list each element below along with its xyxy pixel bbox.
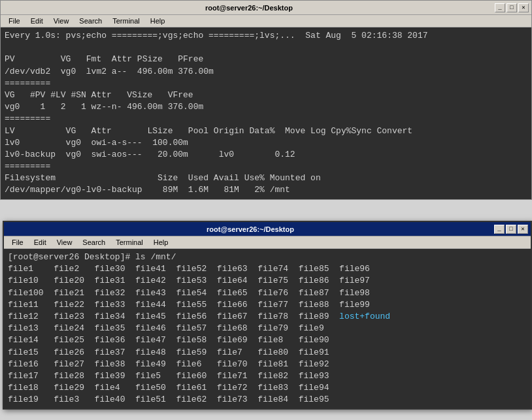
menu-help-1[interactable]: Help (145, 16, 171, 25)
title-bar-1: root@server26:~/Desktop _ □ ✕ (1, 1, 531, 15)
menu-bar-2: File Edit View Search Terminal Help (4, 236, 531, 249)
menu-terminal-2[interactable]: Terminal (110, 238, 148, 247)
terminal-window-1: root@server26:~/Desktop _ □ ✕ File Edit … (0, 0, 532, 200)
minimize-btn-1[interactable]: _ (495, 3, 505, 12)
menu-file-1[interactable]: File (3, 16, 25, 25)
menu-edit-1[interactable]: Edit (25, 16, 48, 25)
terminal-content-1: Every 1.0s: pvs;echo =========;vgs;echo … (1, 27, 531, 199)
title-1: root@server26:~/Desktop (3, 4, 495, 12)
close-btn-2[interactable]: ✕ (518, 225, 528, 234)
menu-view-1[interactable]: View (48, 16, 75, 25)
terminal-output-2: [root@server26 Desktop]# ls /mnt/ file1 … (8, 251, 527, 406)
title-2: root@server26:~/Desktop (7, 225, 494, 233)
window2-controls: _ □ ✕ (494, 225, 528, 234)
menu-edit-2[interactable]: Edit (29, 238, 52, 247)
close-btn-1[interactable]: ✕ (518, 3, 529, 12)
menu-view-2[interactable]: View (52, 238, 78, 247)
minimize-btn-2[interactable]: _ (494, 225, 505, 234)
menu-file-2[interactable]: File (7, 238, 29, 247)
maximize-btn-2[interactable]: □ (506, 225, 516, 234)
menu-terminal-1[interactable]: Terminal (107, 16, 145, 25)
window1-controls: _ □ ✕ (495, 3, 529, 12)
menu-help-2[interactable]: Help (148, 238, 174, 247)
command-prompt: [root@server26 Desktop]# ls /mnt/ (8, 252, 176, 262)
menu-search-2[interactable]: Search (77, 238, 110, 247)
terminal-window-2: root@server26:~/Desktop _ □ ✕ File Edit … (3, 221, 532, 410)
terminal-output-1: Every 1.0s: pvs;echo =========;vgs;echo … (5, 30, 527, 197)
title-bar-2: root@server26:~/Desktop _ □ ✕ (4, 222, 531, 236)
file-list: file1 file2 file30 file41 file52 file63 … (8, 264, 390, 404)
menu-bar-1: File Edit View Search Terminal Help (1, 15, 531, 27)
menu-search-1[interactable]: Search (74, 16, 107, 25)
terminal-content-2: [root@server26 Desktop]# ls /mnt/ file1 … (4, 249, 531, 408)
maximize-btn-1[interactable]: □ (507, 3, 517, 12)
